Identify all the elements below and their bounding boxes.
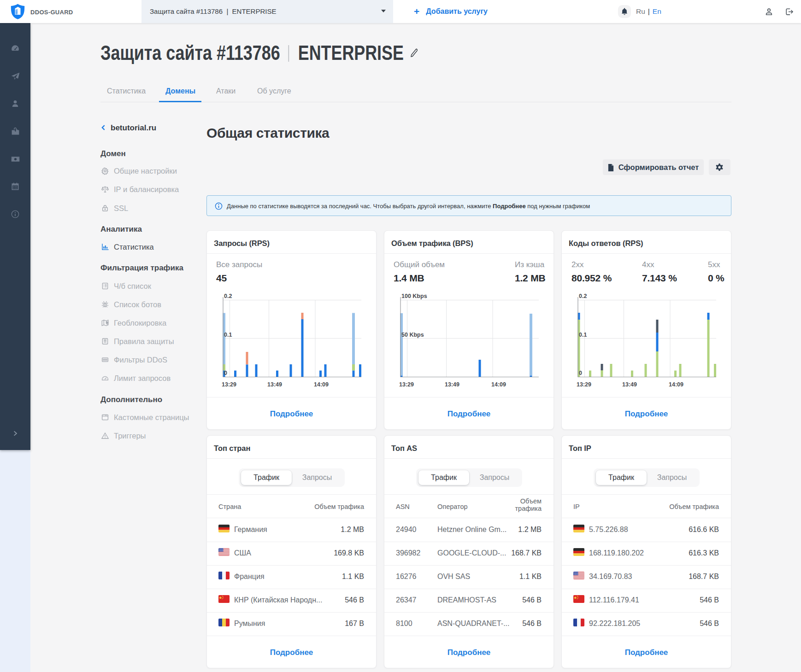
svg-text:50 Kbps: 50 Kbps — [401, 332, 424, 338]
svg-text:13:49: 13:49 — [267, 381, 282, 388]
svg-text:100 Kbps: 100 Kbps — [401, 293, 427, 299]
svg-text:0.2: 0.2 — [224, 293, 232, 299]
svg-text:0: 0 — [579, 370, 582, 376]
svg-text:14:09: 14:09 — [314, 381, 329, 388]
svg-text:14:09: 14:09 — [491, 381, 506, 388]
svg-text:13:49: 13:49 — [622, 381, 637, 388]
svg-text:14:09: 14:09 — [669, 381, 683, 388]
svg-text:0: 0 — [224, 370, 227, 376]
svg-text:13:29: 13:29 — [222, 381, 236, 388]
svg-text:0.1: 0.1 — [579, 332, 587, 338]
svg-text:0.2: 0.2 — [579, 293, 587, 299]
svg-text:13:49: 13:49 — [445, 381, 459, 388]
svg-text:0.1: 0.1 — [224, 332, 232, 338]
svg-text:13:29: 13:29 — [399, 381, 414, 388]
svg-text:13:29: 13:29 — [577, 381, 591, 388]
